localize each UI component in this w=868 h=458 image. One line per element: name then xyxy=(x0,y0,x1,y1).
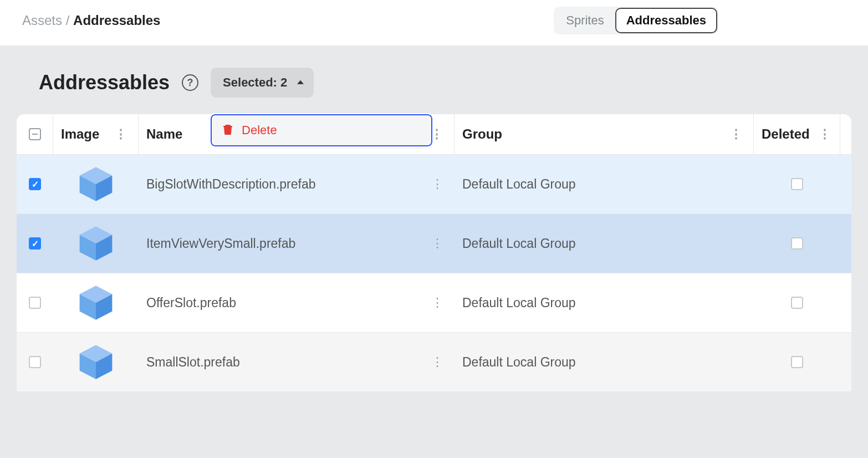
selected-dropdown[interactable]: Selected: 2 Delete xyxy=(211,68,314,98)
page-title: Addressables xyxy=(39,71,170,94)
header-deleted: Deleted ⋮ xyxy=(754,114,840,154)
row-checkbox[interactable]: ✓ xyxy=(29,237,41,250)
row-group: Default Local Group xyxy=(462,236,576,251)
row-menu[interactable]: ⋮ xyxy=(428,177,447,191)
table-row[interactable]: SmallSlot.prefab⋮ Default Local Group xyxy=(17,333,851,392)
breadcrumb-sep: / xyxy=(62,13,73,28)
addressables-table: Image ⋮ Name ⋮ Group ⋮ Deleted ⋮ ✓ BigSl… xyxy=(17,114,851,392)
column-menu-image[interactable]: ⋮ xyxy=(111,127,130,141)
row-menu[interactable]: ⋮ xyxy=(428,296,447,310)
header-image-label: Image xyxy=(61,126,106,142)
prefab-icon xyxy=(76,165,115,203)
header-deleted-label: Deleted xyxy=(762,126,810,142)
prefab-icon xyxy=(76,343,115,381)
tab-addressables[interactable]: Addressables xyxy=(615,8,717,33)
table-row[interactable]: ✓ BigSlotWithDescription.prefab⋮ Default… xyxy=(17,155,851,214)
header-image: Image ⋮ xyxy=(53,114,139,154)
deleted-checkbox[interactable] xyxy=(791,237,803,250)
row-name: BigSlotWithDescription.prefab xyxy=(146,177,316,192)
select-all-checkbox[interactable] xyxy=(29,128,41,140)
header-select xyxy=(17,114,53,154)
table-row[interactable]: ✓ ItemViewVerySmall.prefab⋮ Default Loca… xyxy=(17,214,851,273)
bulk-action-menu: Delete xyxy=(211,114,432,146)
row-checkbox[interactable] xyxy=(29,297,41,309)
breadcrumb-current: Addressables xyxy=(73,13,160,28)
prefab-icon xyxy=(76,283,115,322)
delete-action[interactable]: Delete xyxy=(242,123,277,138)
row-name: OfferSlot.prefab xyxy=(146,296,236,311)
header-group: Group ⋮ xyxy=(455,114,754,154)
row-menu[interactable]: ⋮ xyxy=(428,236,447,251)
deleted-checkbox[interactable] xyxy=(791,356,803,368)
row-checkbox[interactable]: ✓ xyxy=(29,178,41,190)
breadcrumb-root[interactable]: Assets xyxy=(22,13,62,28)
row-menu[interactable]: ⋮ xyxy=(428,355,447,369)
row-name: SmallSlot.prefab xyxy=(146,355,240,370)
trash-icon xyxy=(223,124,233,138)
view-tabs: Sprites Addressables xyxy=(554,7,718,34)
chevron-up-icon xyxy=(297,80,304,84)
table-header: Image ⋮ Name ⋮ Group ⋮ Deleted ⋮ xyxy=(17,114,851,155)
row-group: Default Local Group xyxy=(462,355,576,370)
header-group-label: Group xyxy=(462,126,721,142)
help-icon[interactable]: ? xyxy=(182,74,198,91)
selected-label: Selected: 2 xyxy=(223,75,287,89)
row-group: Default Local Group xyxy=(462,177,576,192)
row-name: ItemViewVerySmall.prefab xyxy=(146,236,295,251)
column-menu-deleted[interactable]: ⋮ xyxy=(815,127,834,141)
breadcrumb: Assets / Addressables xyxy=(22,13,160,28)
deleted-checkbox[interactable] xyxy=(791,297,803,309)
deleted-checkbox[interactable] xyxy=(791,178,803,190)
column-menu-group[interactable]: ⋮ xyxy=(727,127,746,141)
tab-sprites[interactable]: Sprites xyxy=(555,8,615,33)
prefab-icon xyxy=(76,224,115,263)
table-row[interactable]: OfferSlot.prefab⋮ Default Local Group xyxy=(17,273,851,333)
row-checkbox[interactable] xyxy=(29,356,41,368)
row-group: Default Local Group xyxy=(462,296,576,311)
